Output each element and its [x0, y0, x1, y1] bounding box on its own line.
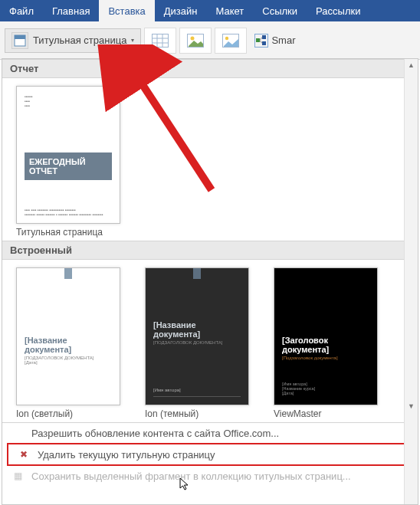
- tab-references[interactable]: Ссылки: [253, 0, 307, 21]
- tab-file[interactable]: Файл: [0, 0, 43, 21]
- menu-remove-title-page-label: Удалить текущую титульную страницу: [38, 449, 215, 461]
- template-report-label: Титульная страница: [16, 227, 120, 238]
- title-page-label: Титульная страница: [33, 34, 126, 46]
- smartart-label: Smar: [271, 34, 295, 46]
- gallery-footer-menu: Разрешить обновление контента с сайта Of…: [2, 422, 418, 486]
- chevron-down-icon: ▾: [131, 37, 134, 44]
- report-thumb-line1: ЕЖЕГОДНЫЙ: [29, 157, 86, 166]
- title-page-dropdown[interactable]: Титульная страница ▾: [5, 28, 141, 53]
- tab-home[interactable]: Главная: [43, 0, 99, 21]
- gallery-scrollbar[interactable]: ▲ ▼: [404, 59, 418, 504]
- menu-remove-title-page[interactable]: ✖ Удалить текущую титульную страницу: [8, 444, 412, 464]
- svg-line-14: [260, 37, 262, 40]
- template-ion-light[interactable]: [Название документа] [ПОДЗАГОЛОВОК ДОКУМ…: [16, 267, 120, 419]
- menu-allow-office-update[interactable]: Разрешить обновление контента с сайта Of…: [2, 423, 418, 443]
- report-thumb-line2: ОТЧЕТ: [29, 166, 57, 175]
- svg-rect-11: [256, 38, 260, 42]
- tab-design[interactable]: Дизайн: [155, 0, 207, 21]
- section-builtin-header: Встроенный: [2, 241, 418, 260]
- svg-rect-12: [262, 35, 266, 39]
- scroll-up-icon[interactable]: ▲: [405, 59, 418, 71]
- svg-line-15: [260, 40, 262, 43]
- globe-icon: [11, 427, 24, 439]
- vm-title: [Заголовок документа]: [282, 336, 369, 354]
- smartart-button[interactable]: Smar: [254, 34, 295, 48]
- menu-save-selection: ▦ Сохранить выделенный фрагмент в коллек…: [2, 466, 418, 486]
- tab-insert[interactable]: Вставка: [99, 0, 154, 21]
- app-tabs: Файл Главная Вставка Дизайн Макет Ссылки…: [0, 0, 420, 21]
- menu-allow-office-update-label: Разрешить обновление контента с сайта Of…: [31, 428, 279, 439]
- vm-footer: [Имя автора][Название курса][Дата]: [282, 382, 315, 395]
- title-page-icon: [11, 32, 28, 49]
- template-ion-dark[interactable]: [Название документа] [ПОДЗАГОЛОВОК ДОКУМ…: [145, 267, 249, 419]
- save-icon: ▦: [11, 470, 24, 482]
- svg-rect-1: [15, 35, 25, 39]
- svg-point-10: [225, 36, 228, 39]
- tab-mailings[interactable]: Рассылки: [307, 0, 369, 21]
- menu-save-selection-label: Сохранить выделенный фрагмент в коллекци…: [31, 471, 351, 482]
- online-picture-button[interactable]: [215, 28, 247, 54]
- template-viewmaster[interactable]: [Заголовок документа] [Подзаголовок доку…: [274, 267, 378, 419]
- table-button[interactable]: [144, 28, 176, 54]
- template-ion-dark-label: Ion (темный): [145, 408, 249, 419]
- ribbon: Титульная страница ▾ Smar: [0, 21, 420, 60]
- vm-sub: [Подзаголовок документа]: [282, 356, 369, 360]
- smartart-icon: [254, 34, 268, 48]
- ion-light-title: [Название документа]: [25, 336, 112, 354]
- section-report-header: Отчет: [2, 59, 418, 78]
- ion-dark-title: [Название документа]: [153, 320, 241, 339]
- scroll-down-icon[interactable]: ▼: [405, 400, 418, 412]
- svg-rect-13: [262, 41, 266, 45]
- ion-dark-sub: [ПОДЗАГОЛОВОК ДОКУМЕНТА]: [153, 340, 241, 345]
- delete-icon: ✖: [18, 448, 30, 461]
- tab-layout[interactable]: Макет: [206, 0, 253, 21]
- picture-button[interactable]: [179, 28, 212, 54]
- svg-point-8: [191, 36, 195, 40]
- title-page-gallery: ▲ ▼ Отчет •••••••••••••• ЕЖЕГОДНЫЙ ОТЧЕТ…: [2, 58, 418, 505]
- svg-rect-2: [153, 34, 169, 47]
- template-report[interactable]: •••••••••••••• ЕЖЕГОДНЫЙ ОТЧЕТ ФГ [Год] …: [16, 86, 120, 238]
- template-ion-light-label: Ion (светлый): [16, 408, 120, 419]
- ion-light-sub: [ПОДЗАГОЛОВОК ДОКУМЕНТА][Дата]: [25, 356, 112, 365]
- template-viewmaster-label: ViewMaster: [274, 408, 378, 419]
